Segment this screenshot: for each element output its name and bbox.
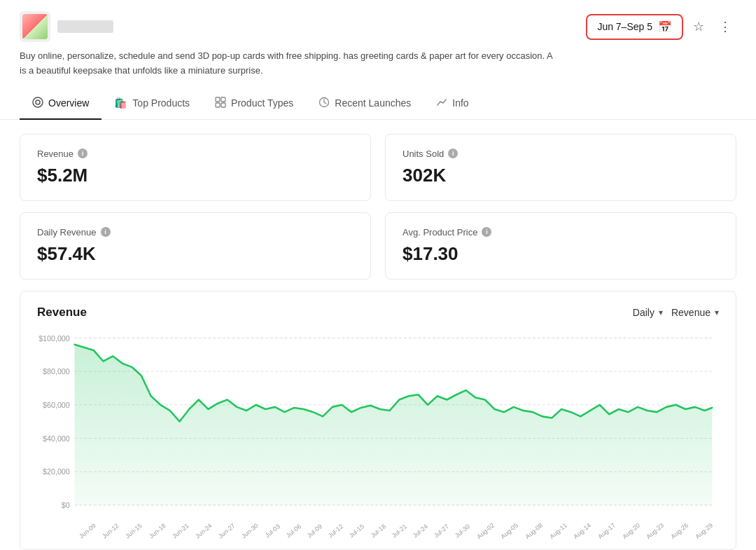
revenue-value: $5.2M xyxy=(37,165,354,186)
calendar-icon: 📅 xyxy=(658,20,672,34)
frequency-dropdown[interactable]: Daily ▾ xyxy=(633,307,663,318)
units-sold-label: Units Sold i xyxy=(402,149,719,159)
info-icon xyxy=(436,97,447,110)
svg-point-0 xyxy=(33,97,43,107)
revenue-chart-section: Revenue Daily ▾ Revenue ▾ xyxy=(20,291,736,550)
avg-price-card: Avg. Product Price i $17.30 xyxy=(385,212,736,280)
daily-revenue-label: Daily Revenue i xyxy=(37,227,354,238)
avg-price-value: $17.30 xyxy=(402,243,719,265)
metric-label: Revenue xyxy=(671,307,710,318)
svg-text:$20,000: $20,000 xyxy=(43,467,70,476)
svg-rect-2 xyxy=(216,97,220,102)
brand-area xyxy=(20,11,113,42)
brand-description: Buy online, personalize, schedule and se… xyxy=(0,49,574,88)
overview-icon xyxy=(32,97,43,110)
svg-text:$60,000: $60,000 xyxy=(43,400,70,408)
date-range-button[interactable]: Jun 7–Sep 5 📅 xyxy=(586,14,683,40)
page-header: Jun 7–Sep 5 📅 ☆ ⋮ xyxy=(0,0,756,49)
avg-price-label: Avg. Product Price i xyxy=(402,227,719,238)
daily-revenue-info-icon[interactable]: i xyxy=(101,227,111,237)
tab-overview-label: Overview xyxy=(48,97,89,109)
daily-revenue-value: $57.4K xyxy=(37,243,354,265)
svg-text:$100,000: $100,000 xyxy=(38,334,70,342)
avg-price-info-icon[interactable]: i xyxy=(482,227,491,237)
daily-revenue-card: Daily Revenue i $57.4K xyxy=(20,212,371,280)
metric-dropdown[interactable]: Revenue ▾ xyxy=(671,307,719,318)
svg-rect-3 xyxy=(221,97,225,102)
tab-recent-launches[interactable]: Recent Launches xyxy=(306,88,424,120)
chart-controls: Daily ▾ Revenue ▾ xyxy=(633,307,719,318)
brand-logo xyxy=(20,11,50,42)
chart-header: Revenue Daily ▾ Revenue ▾ xyxy=(37,305,719,319)
tab-product-types-label: Product Types xyxy=(231,97,293,109)
main-content: Revenue i $5.2M Units Sold i 302K Daily … xyxy=(0,120,756,550)
tab-recent-launches-label: Recent Launches xyxy=(335,97,411,109)
revenue-card: Revenue i $5.2M xyxy=(20,134,371,201)
tab-product-types[interactable]: Product Types xyxy=(202,88,306,120)
units-sold-card: Units Sold i 302K xyxy=(385,134,736,201)
product-types-icon xyxy=(215,97,226,110)
revenue-svg: $100,000 $80,000 $60,000 $40,000 $20,000… xyxy=(37,331,719,527)
tab-top-products[interactable]: 🛍️ Top Products xyxy=(102,88,202,119)
units-sold-info-icon[interactable]: i xyxy=(448,149,458,158)
chart-title: Revenue xyxy=(37,305,87,319)
star-icon: ☆ xyxy=(693,19,704,34)
star-button[interactable]: ☆ xyxy=(687,15,710,38)
metrics-row-2: Daily Revenue i $57.4K Avg. Product Pric… xyxy=(20,212,736,280)
top-products-icon: 🛍️ xyxy=(114,97,127,109)
tab-top-products-label: Top Products xyxy=(132,97,190,109)
brand-name-blur xyxy=(57,20,113,33)
tab-overview[interactable]: Overview xyxy=(20,88,102,120)
chart-canvas: $100,000 $80,000 $60,000 $40,000 $20,000… xyxy=(37,331,719,527)
metrics-row-1: Revenue i $5.2M Units Sold i 302K xyxy=(20,134,736,201)
svg-text:$0: $0 xyxy=(62,500,70,509)
recent-launches-icon xyxy=(318,97,330,110)
svg-point-1 xyxy=(36,100,40,104)
svg-rect-5 xyxy=(221,103,225,107)
date-range-text: Jun 7–Sep 5 xyxy=(597,21,652,32)
revenue-label: Revenue i xyxy=(37,149,354,159)
more-icon: ⋮ xyxy=(719,19,732,34)
metric-arrow: ▾ xyxy=(715,308,719,317)
more-button[interactable]: ⋮ xyxy=(714,15,736,38)
x-axis-labels: Jun-09 Jun-12 Jun-15 Jun-18 Jun-21 Jun-2… xyxy=(37,528,719,535)
svg-text:$40,000: $40,000 xyxy=(43,434,70,442)
frequency-label: Daily xyxy=(633,307,654,318)
chart-area xyxy=(75,344,713,504)
navigation-tabs: Overview 🛍️ Top Products Product Types R… xyxy=(0,88,756,120)
frequency-arrow: ▾ xyxy=(659,308,663,317)
tab-info-label: Info xyxy=(452,97,468,109)
units-sold-value: 302K xyxy=(402,165,719,186)
tab-info[interactable]: Info xyxy=(424,88,481,120)
revenue-info-icon[interactable]: i xyxy=(78,149,88,158)
svg-rect-4 xyxy=(216,103,220,107)
brand-logo-image xyxy=(22,14,48,39)
svg-text:$80,000: $80,000 xyxy=(43,367,70,376)
